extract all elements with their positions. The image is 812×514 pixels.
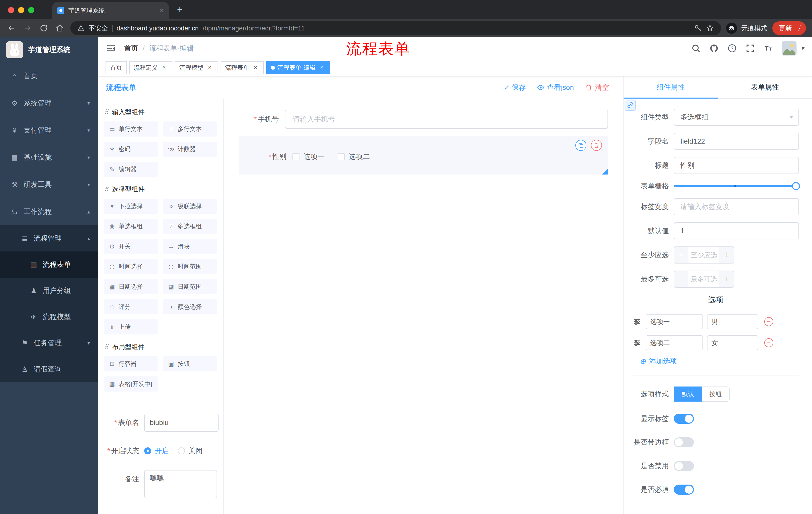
remove-option-icon[interactable] <box>764 338 773 347</box>
status-radio-off[interactable]: 关闭 <box>178 446 203 456</box>
component-item[interactable]: 按钮 <box>163 356 217 372</box>
component-item[interactable]: 多选框组 <box>163 219 217 234</box>
widget-resize-corner[interactable] <box>602 168 608 174</box>
component-item[interactable]: 下拉选择 <box>104 199 158 214</box>
avatar-dropdown-caret-icon[interactable] <box>801 45 804 52</box>
plus-icon[interactable] <box>720 271 734 287</box>
properties-tab[interactable]: 组件属性 <box>624 77 718 98</box>
form-grid-slider[interactable] <box>674 181 799 191</box>
field-name-input[interactable] <box>674 133 799 150</box>
password-key-icon[interactable] <box>694 24 702 32</box>
sidebar-menu-item[interactable]: 基础设施 <box>0 144 98 171</box>
close-window-button[interactable] <box>8 7 14 13</box>
min-select-input[interactable] <box>688 247 720 263</box>
add-option-button[interactable]: 添加选项 <box>640 356 799 366</box>
view-json-button[interactable]: 查看json <box>537 83 574 92</box>
gender-checkbox-option[interactable]: 选项二 <box>338 152 370 161</box>
properties-tab[interactable]: 表单属性 <box>718 77 812 98</box>
sidebar-menu-item[interactable]: 用户分组 <box>0 278 98 304</box>
sidebar-menu-item[interactable]: 流程管理 <box>0 225 98 251</box>
component-type-select[interactable]: 多选框组 <box>674 109 799 126</box>
form-name-input[interactable] <box>144 414 219 432</box>
view-tag[interactable]: 流程定义 <box>129 61 172 74</box>
user-avatar[interactable] <box>782 41 797 56</box>
sidebar-menu-item[interactable]: 工作流程 <box>0 198 98 225</box>
option-drag-handle-icon[interactable] <box>633 317 642 326</box>
selected-widget-gender[interactable]: *性别 选项一 <box>239 136 608 174</box>
minimize-window-button[interactable] <box>18 7 24 13</box>
component-item[interactable]: 表格[开发中] <box>104 376 158 391</box>
bookmark-star-icon[interactable] <box>706 24 714 32</box>
remove-option-icon[interactable] <box>764 317 773 326</box>
component-item[interactable]: 编辑器 <box>104 162 158 177</box>
zoom-window-button[interactable] <box>28 7 34 13</box>
component-item[interactable]: 滑块 <box>163 239 217 254</box>
sidebar-menu-item[interactable]: 流程模型 <box>0 304 98 330</box>
tab-close-icon[interactable] <box>160 6 164 15</box>
sidebar-menu-item[interactable]: 流程表单 <box>0 251 98 278</box>
form-remark-textarea[interactable]: 嘿嘿 <box>144 470 217 498</box>
sidebar-menu-item[interactable]: 首页 <box>0 62 98 89</box>
delete-widget-button[interactable] <box>591 140 602 151</box>
search-icon[interactable] <box>691 44 701 53</box>
browser-menu-icon[interactable] <box>795 25 803 32</box>
tag-close-icon[interactable] <box>206 64 213 72</box>
form-canvas[interactable]: *手机号 *性别 <box>224 99 623 514</box>
component-item[interactable]: 评分 <box>104 299 158 314</box>
view-tag[interactable]: 首页 <box>106 61 127 74</box>
toggle-switch[interactable] <box>674 437 694 448</box>
component-item[interactable]: 密码 <box>104 141 158 157</box>
tag-close-icon[interactable] <box>252 64 259 72</box>
option-style-segment[interactable]: 按钮 <box>702 386 730 402</box>
component-item[interactable]: 时间范围 <box>163 259 217 274</box>
toggle-switch[interactable] <box>674 485 694 495</box>
option-drag-handle-icon[interactable] <box>633 338 642 347</box>
option-style-segment[interactable]: 默认 <box>674 386 702 402</box>
clear-button[interactable]: 清空 <box>585 83 609 92</box>
status-radio-on[interactable]: 开启 <box>144 446 169 456</box>
minus-icon[interactable] <box>674 271 688 287</box>
github-icon[interactable] <box>709 44 719 53</box>
component-item[interactable]: 日期范围 <box>163 279 217 294</box>
tag-close-icon[interactable] <box>318 64 326 72</box>
option-label-input[interactable] <box>646 314 703 329</box>
option-label-input[interactable] <box>646 335 703 350</box>
option-value-input[interactable] <box>707 335 758 350</box>
sidebar-collapse-icon[interactable] <box>106 43 116 53</box>
forward-button[interactable] <box>22 23 33 34</box>
new-tab-button[interactable] <box>177 4 182 15</box>
browser-tab[interactable]: 芋道管理系统 <box>52 2 169 19</box>
sidebar-menu-item[interactable]: 请假查询 <box>0 356 98 382</box>
title-input[interactable] <box>674 157 799 174</box>
help-icon[interactable]: ? <box>727 44 737 53</box>
component-item[interactable]: 时间选择 <box>104 259 158 274</box>
slider-handle[interactable] <box>792 182 800 190</box>
sidebar-menu-item[interactable]: 系统管理 <box>0 89 98 117</box>
view-tag[interactable]: 流程表单-编辑 <box>266 61 330 74</box>
component-item[interactable]: 上传 <box>104 319 158 334</box>
component-item[interactable]: 日期选择 <box>104 279 158 294</box>
copy-widget-button[interactable] <box>575 140 586 151</box>
view-tag[interactable]: 流程表单 <box>221 61 264 74</box>
address-bar[interactable]: 不安全 dashboard.yudao.iocoder.cn/bpm/manag… <box>70 21 721 35</box>
phone-input[interactable] <box>285 110 608 129</box>
component-item[interactable]: 颜色选择 <box>163 299 217 314</box>
toggle-switch[interactable] <box>674 414 694 424</box>
component-item[interactable]: 级联选择 <box>163 199 217 214</box>
fullscreen-icon[interactable] <box>746 44 755 53</box>
back-button[interactable] <box>6 23 17 34</box>
minus-icon[interactable] <box>674 247 688 263</box>
plus-icon[interactable] <box>720 247 734 263</box>
component-item[interactable]: 开关 <box>104 239 158 254</box>
component-item[interactable]: 单行文本 <box>104 121 158 137</box>
save-button[interactable]: 保存 <box>503 83 526 92</box>
toggle-switch[interactable] <box>674 461 694 471</box>
gender-checkbox-option[interactable]: 选项一 <box>292 152 325 161</box>
browser-update-button[interactable]: 更新 <box>772 21 806 35</box>
home-button[interactable] <box>54 23 65 34</box>
default-value-input[interactable] <box>674 222 799 239</box>
reload-button[interactable] <box>38 23 49 34</box>
sidebar-menu-item[interactable]: 任务管理 <box>0 330 98 356</box>
component-item[interactable]: 单选框组 <box>104 219 158 234</box>
font-size-icon[interactable]: TT <box>763 44 773 53</box>
